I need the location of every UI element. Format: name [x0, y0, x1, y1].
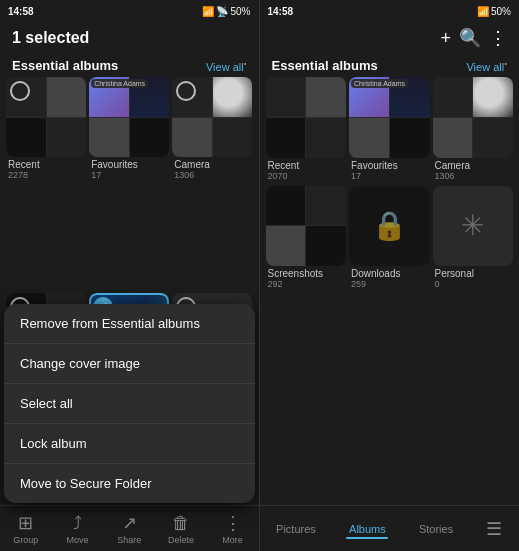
menu-remove[interactable]: Remove from Essential albums	[4, 304, 255, 344]
album-camera-left[interactable]: Camera 1306	[172, 77, 252, 290]
status-bar-left: 14:58 📶 📡 50%	[0, 0, 259, 22]
nav-delete-label: Delete	[168, 535, 194, 545]
menu-secure-folder[interactable]: Move to Secure Folder	[4, 464, 255, 503]
lock-badge-downloads-right: 🔒	[349, 186, 430, 267]
hamburger-icon: ☰	[486, 518, 502, 540]
album-name-downloads-right: Downloads	[349, 268, 400, 279]
album-count-personal-right: 0	[433, 279, 440, 289]
tab-albums-label: Albums	[349, 523, 386, 535]
section-title-right: Essential albums	[272, 58, 378, 73]
album-count-recent-left: 2278	[6, 170, 28, 180]
album-name-camera-right: Camera	[433, 160, 471, 171]
more-icon: ⋮	[224, 512, 242, 534]
select-circle-recent	[10, 81, 30, 101]
tab-pictures[interactable]: Pictures	[268, 519, 324, 539]
album-name-screenshots-right: Screenshots	[266, 268, 324, 279]
album-screenshots-right[interactable]: Screenshots 292	[266, 186, 347, 292]
signal-icon: 📡	[216, 6, 228, 17]
nav-move-label: Move	[67, 535, 89, 545]
album-count-fav-right: 17	[349, 171, 361, 181]
nav-more[interactable]: ⋮ More	[213, 512, 253, 545]
nav-more-label: More	[222, 535, 243, 545]
view-all-right[interactable]: View all	[466, 59, 507, 73]
album-personal-right[interactable]: ✳ Personal 0	[433, 186, 514, 292]
tab-pictures-label: Pictures	[276, 523, 316, 535]
album-name-camera-left: Camera	[172, 159, 210, 170]
battery-left: 50%	[230, 6, 250, 17]
album-recent-left[interactable]: Recent 2278	[6, 77, 86, 290]
battery-right: 50%	[491, 6, 511, 17]
album-fav-right[interactable]: Christina Adams Favourites 17	[349, 77, 430, 183]
menu-select-all[interactable]: Select all	[4, 384, 255, 424]
tab-albums[interactable]: Albums	[341, 519, 394, 539]
album-count-camera-left: 1306	[172, 170, 194, 180]
album-recent-right[interactable]: Recent 2070	[266, 77, 347, 183]
nav-share[interactable]: ↗ Share	[109, 512, 149, 545]
album-name-recent-left: Recent	[6, 159, 40, 170]
album-name-fav-right: Favourites	[349, 160, 398, 171]
album-name-recent-right: Recent	[266, 160, 300, 171]
bottom-tabs-right: Pictures Albums Stories ☰	[260, 505, 520, 551]
header-icons-right: + 🔍 ⋮	[440, 27, 507, 49]
share-icon: ↗	[122, 512, 137, 534]
album-camera-right[interactable]: Camera 1306	[433, 77, 514, 183]
album-count-screenshots-right: 292	[266, 279, 283, 289]
context-menu: Remove from Essential albums Change cove…	[4, 304, 255, 503]
group-icon: ⊞	[18, 512, 33, 534]
album-name-personal-right: Personal	[433, 268, 474, 279]
nav-group[interactable]: ⊞ Group	[6, 512, 46, 545]
album-thumb-fav-left[interactable]: Christina Adams	[89, 77, 169, 157]
header-right: + 🔍 ⋮	[260, 22, 520, 54]
add-icon[interactable]: +	[440, 28, 451, 49]
nav-share-label: Share	[117, 535, 141, 545]
album-count-camera-right: 1306	[433, 171, 455, 181]
tab-menu[interactable]: ☰	[478, 514, 510, 544]
snowflake-icon-personal-right: ✳	[433, 186, 514, 267]
status-icons-left: 📶 📡 50%	[202, 6, 250, 17]
nav-group-label: Group	[13, 535, 38, 545]
wifi-icon: 📶	[202, 6, 214, 17]
nav-delete[interactable]: 🗑 Delete	[161, 513, 201, 545]
album-count-recent-right: 2070	[266, 171, 288, 181]
menu-change-cover[interactable]: Change cover image	[4, 344, 255, 384]
lock-icon: 🔒	[372, 209, 407, 242]
tab-stories[interactable]: Stories	[411, 519, 461, 539]
delete-icon: 🗑	[172, 513, 190, 534]
album-count-fav-left: 17	[89, 170, 101, 180]
albums-grid-right: Recent 2070 Christina Adams Favourites 1…	[260, 77, 520, 291]
album-thumb-camera-right[interactable]	[433, 77, 514, 158]
person-card-fav-right: Christina Adams	[351, 79, 408, 88]
album-thumb-recent-left[interactable]	[6, 77, 86, 157]
album-thumb-recent-right[interactable]	[266, 77, 347, 158]
album-name-fav-left: Favourites	[89, 159, 138, 170]
left-panel: 14:58 📶 📡 50% 1 selected Essential album…	[0, 0, 260, 551]
bottom-nav-left: ⊞ Group ⤴ Move ↗ Share 🗑 Delete ⋮ More	[0, 505, 259, 551]
search-icon[interactable]: 🔍	[459, 27, 481, 49]
section-header-right: Essential albums View all	[260, 54, 520, 77]
status-icons-right: 📶 50%	[477, 6, 511, 17]
selected-title: 1 selected	[12, 29, 89, 47]
tab-stories-label: Stories	[419, 523, 453, 535]
album-count-downloads-right: 259	[349, 279, 366, 289]
album-thumb-screenshots-right[interactable]	[266, 186, 347, 267]
more-icon-right[interactable]: ⋮	[489, 27, 507, 49]
view-all-left[interactable]: View all	[206, 59, 247, 73]
menu-lock-album[interactable]: Lock album	[4, 424, 255, 464]
nav-move[interactable]: ⤴ Move	[58, 513, 98, 545]
move-icon: ⤴	[73, 513, 82, 534]
album-downloads-right[interactable]: 🔒 Downloads 259	[349, 186, 430, 292]
status-bar-right: 14:58 📶 50%	[260, 0, 520, 22]
time-right: 14:58	[268, 6, 294, 17]
section-title-left: Essential albums	[12, 58, 118, 73]
right-panel: 14:58 📶 50% + 🔍 ⋮ Essential albums View …	[260, 0, 520, 551]
album-thumb-personal-right[interactable]: ✳	[433, 186, 514, 267]
header-left: 1 selected	[0, 22, 259, 54]
person-card-fav: Christina Adams	[91, 79, 148, 88]
album-thumb-camera-left[interactable]	[172, 77, 252, 157]
album-thumb-fav-right[interactable]: Christina Adams	[349, 77, 430, 158]
album-fav-left[interactable]: Christina Adams Favourites 17	[89, 77, 169, 290]
wifi-icon-right: 📶	[477, 6, 489, 17]
time-left: 14:58	[8, 6, 34, 17]
section-header-left: Essential albums View all	[0, 54, 259, 77]
album-thumb-downloads-right[interactable]: 🔒	[349, 186, 430, 267]
